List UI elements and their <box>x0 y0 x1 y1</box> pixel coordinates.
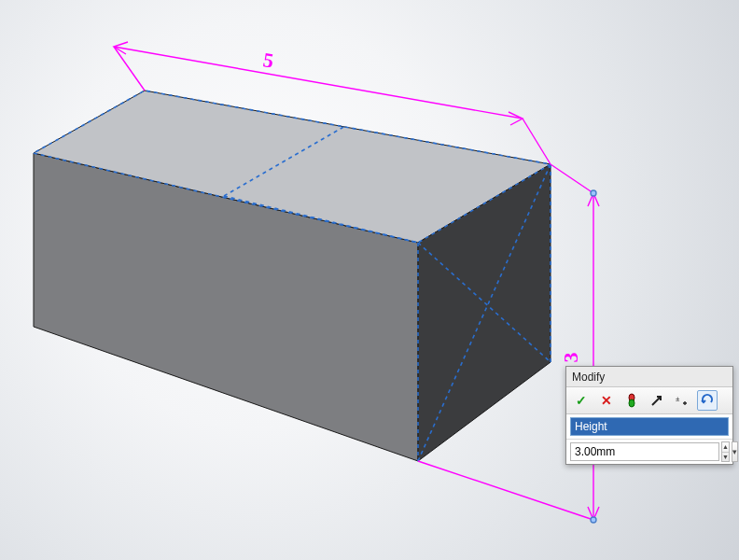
svg-point-13 <box>591 517 596 523</box>
svg-line-10 <box>418 461 593 520</box>
svg-point-15 <box>629 399 634 407</box>
spinner-down-icon[interactable]: ▼ <box>722 453 729 462</box>
ok-button[interactable]: ✓ <box>571 390 592 411</box>
cancel-button[interactable]: ✕ <box>596 390 617 411</box>
svg-line-6 <box>114 47 145 91</box>
modify-title: Modify <box>566 367 732 387</box>
svg-text:±: ± <box>676 395 680 403</box>
model-canvas <box>0 0 739 560</box>
svg-point-12 <box>591 190 596 196</box>
reverse-direction-icon[interactable] <box>647 390 667 411</box>
units-dropdown-button[interactable]: ▾ <box>732 441 738 462</box>
dimension-name-input[interactable] <box>570 417 729 436</box>
modify-toolbar: ✓ ✕ ± <box>566 387 732 414</box>
spinner-up-icon[interactable]: ▲ <box>722 442 729 453</box>
svg-line-7 <box>523 119 551 164</box>
rebuild-icon[interactable] <box>621 390 642 411</box>
dimension-height-value[interactable]: 3 <box>559 353 583 363</box>
increment-settings-icon[interactable]: ± <box>672 390 692 411</box>
svg-line-16 <box>652 397 661 405</box>
modify-dialog[interactable]: Modify ✓ ✕ ± <box>565 366 733 465</box>
graphics-viewport[interactable]: 5 3 Modify ✓ ✕ ± <box>0 0 739 560</box>
dimension-value-row: ▲ ▼ ▾ <box>566 440 732 464</box>
dimension-name-row <box>566 414 732 440</box>
value-spinner[interactable]: ▲ ▼ <box>721 441 730 462</box>
dimension-value-input[interactable] <box>570 442 719 461</box>
svg-line-9 <box>551 164 593 193</box>
thumbwheel-toggle-icon[interactable] <box>697 390 718 411</box>
